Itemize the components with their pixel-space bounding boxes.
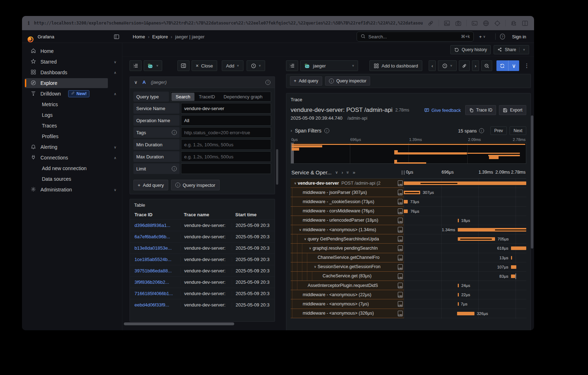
- span-name-cell[interactable]: ∨vendure-dev-serverPOST /admin-api (2LOG: [291, 179, 404, 188]
- table-panel-title[interactable]: Table: [130, 199, 275, 210]
- span-duration-bar[interactable]: [511, 246, 526, 250]
- span-name-cell[interactable]: ∨SessionService.getSessionFronLOG: [291, 262, 404, 272]
- log-icon[interactable]: LOG: [398, 273, 403, 279]
- span-row[interactable]: middleware - <anonymous> (7μs)LOG7μs: [291, 299, 526, 309]
- min-duration-input[interactable]: [181, 139, 271, 150]
- time-shift-back-button[interactable]: ‹: [429, 60, 436, 71]
- link-time-icon[interactable]: [459, 60, 470, 71]
- trace-id-link[interactable]: 39751b86eda88...: [130, 268, 180, 273]
- log-icon[interactable]: LOG: [398, 292, 403, 298]
- span-row[interactable]: middleware - <anonymous> (326μs)LOG326μs: [291, 309, 526, 318]
- prev-button[interactable]: Prev: [490, 126, 507, 135]
- trace-id-link[interactable]: 6a7ef6ba6c96b...: [130, 234, 180, 239]
- span-name-cell[interactable]: middleware - <anonymous> (22μs)LOG: [291, 290, 404, 299]
- log-icon[interactable]: LOG: [398, 236, 403, 242]
- chevron-down-icon[interactable]: ∨: [303, 237, 308, 241]
- sidebar-item-alerting[interactable]: Alerting∨: [22, 142, 122, 152]
- run-query-button[interactable]: ∨: [496, 60, 519, 71]
- span-timeline-cell[interactable]: 618μs: [404, 244, 526, 253]
- split-pane-icon[interactable]: [177, 60, 189, 71]
- log-icon[interactable]: LOG: [398, 264, 403, 270]
- camera-icon[interactable]: [455, 20, 462, 27]
- horizontal-scrollbar[interactable]: [124, 322, 234, 325]
- max-duration-input[interactable]: [181, 151, 271, 162]
- span-duration-bar[interactable]: [511, 256, 512, 260]
- time-shift-forward-button[interactable]: ›: [472, 60, 479, 71]
- add-new-button[interactable]: + ∨: [479, 30, 485, 43]
- crosshair-icon[interactable]: [494, 20, 501, 27]
- time-picker-button[interactable]: ∨: [247, 60, 265, 71]
- log-icon[interactable]: LOG: [398, 283, 403, 288]
- trace-id-link[interactable]: d396d88f936a1...: [130, 223, 180, 228]
- sidebar-item-drilldown[interactable]: DrilldownNew!∧: [22, 88, 122, 99]
- service-name-input[interactable]: [181, 103, 271, 114]
- url-text[interactable]: http://localhost:3200/explore?schemaVers…: [34, 21, 423, 26]
- export-button[interactable]: Export: [499, 105, 526, 115]
- span-timeline-cell[interactable]: 76μs: [404, 207, 526, 216]
- span-row[interactable]: ∨query GetPendingSearchIndexUpdaLOG705μs: [291, 234, 526, 244]
- span-row[interactable]: ∨middleware - <anonymous> (1.34ms)LOG1.3…: [291, 225, 526, 234]
- span-duration-bar[interactable]: [458, 219, 459, 222]
- trace-panel-title[interactable]: Trace: [291, 97, 302, 102]
- span-row[interactable]: middleware - <anonymous> (22μs)LOG22μs: [291, 290, 526, 299]
- trace-id-link[interactable]: 3f9f836b206b2...: [130, 279, 180, 285]
- log-icon[interactable]: LOG: [398, 255, 403, 261]
- span-name-cell[interactable]: middleware - jsonParser (307μs)LOG: [291, 188, 404, 197]
- limit-input[interactable]: [181, 163, 271, 174]
- sidebar-item-connections[interactable]: Connections∧: [22, 152, 122, 163]
- span-name-cell[interactable]: AssetInterceptorPlugin.requestDidSLOG: [291, 281, 404, 290]
- trace-id-button[interactable]: Trace ID: [465, 105, 496, 115]
- log-icon[interactable]: LOG: [398, 208, 403, 214]
- span-row[interactable]: ChannelService.getChannelFroLOG13μs: [291, 253, 526, 262]
- query-rows-icon[interactable]: [286, 60, 298, 71]
- span-row[interactable]: ∨SessionService.getSessionFronLOG107μs: [291, 262, 526, 272]
- breadcrumb-home[interactable]: Home: [133, 34, 145, 39]
- sidebar-item-starred[interactable]: Starred∨: [22, 56, 122, 67]
- chevron-up-icon[interactable]: ∧: [114, 67, 116, 78]
- globe-icon[interactable]: [483, 20, 489, 27]
- span-timeline-cell[interactable]: [404, 179, 526, 188]
- add-query-button[interactable]: + Add query: [290, 76, 322, 86]
- span-name-cell[interactable]: middleware - urlencodedParser (18μs)LOG: [291, 216, 404, 225]
- span-row[interactable]: AssetInterceptorPlugin.requestDidSLOG24μ…: [291, 281, 526, 290]
- split-view-icon[interactable]: [522, 20, 528, 27]
- log-icon[interactable]: LOG: [398, 199, 403, 205]
- span-duration-bar[interactable]: [404, 200, 408, 203]
- column-title[interactable]: Service & Oper...: [291, 169, 331, 175]
- left-pane-scrollbar[interactable]: [276, 149, 278, 185]
- span-duration-bar[interactable]: [458, 284, 459, 287]
- kebab-menu-icon[interactable]: ⋮: [523, 62, 531, 69]
- span-timeline-cell[interactable]: 705μs: [404, 234, 526, 244]
- column-trace-name[interactable]: Trace name: [180, 212, 232, 217]
- give-feedback-link[interactable]: Give feedback: [424, 108, 461, 113]
- help-icon[interactable]: ?: [500, 30, 505, 43]
- column-start-time[interactable]: Start time: [232, 212, 275, 217]
- trace-id-link[interactable]: eebd4d06f33f9...: [130, 302, 180, 308]
- trace-id-link[interactable]: 1ce185ab5524b...: [130, 257, 180, 262]
- chevron-down-icon[interactable]: ∨: [114, 56, 116, 67]
- span-row[interactable]: middleware - _cookieSession (73μs)LOG73μ…: [291, 197, 526, 206]
- right-datasource-picker[interactable]: jaeger ∨: [300, 60, 358, 71]
- sidebar-toggle-icon[interactable]: [114, 30, 120, 43]
- span-timeline-cell[interactable]: 22μs: [404, 290, 526, 299]
- sign-in-button[interactable]: Sign in: [512, 30, 526, 43]
- chevron-down-icon[interactable]: ∨: [298, 228, 303, 232]
- span-timeline-cell[interactable]: 73μs: [404, 197, 526, 206]
- span-timeline-cell[interactable]: 13μs: [404, 253, 526, 262]
- time-picker-button[interactable]: ∨: [438, 60, 457, 71]
- span-timeline-cell[interactable]: 307μs: [404, 188, 526, 197]
- sidebar-item-metrics[interactable]: Metrics: [22, 99, 122, 110]
- trace-minimap[interactable]: [291, 142, 526, 164]
- breadcrumb-explore[interactable]: Explore: [152, 34, 168, 39]
- span-name-cell[interactable]: ∨query GetPendingSearchIndexUpdaLOG: [291, 234, 404, 244]
- query-help-icon[interactable]: ?: [265, 80, 270, 85]
- search-input[interactable]: Search... ⌘+k: [357, 32, 474, 42]
- sidebar-item-administration[interactable]: Administration∨: [22, 184, 122, 195]
- span-timeline-cell[interactable]: 83μs: [404, 272, 526, 281]
- chevron-up-icon[interactable]: ∧: [114, 88, 116, 99]
- span-row[interactable]: ∨vendure-dev-serverPOST /admin-api (2LOG: [291, 179, 526, 188]
- query-type-search[interactable]: Search: [171, 93, 194, 101]
- span-name-cell[interactable]: middleware - <anonymous> (7μs)LOG: [291, 299, 404, 309]
- chevron-down-icon[interactable]: ∨: [308, 246, 313, 250]
- span-row[interactable]: middleware - corsMiddleware (76μs)LOG76μ…: [291, 207, 526, 216]
